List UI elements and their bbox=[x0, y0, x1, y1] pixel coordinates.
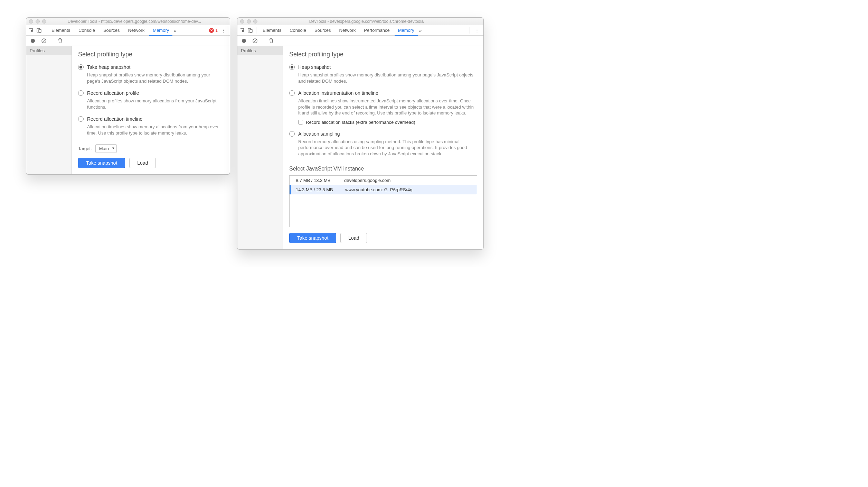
radio-icon[interactable] bbox=[78, 90, 84, 96]
section-title: Select profiling type bbox=[289, 51, 477, 58]
radio-icon[interactable] bbox=[289, 131, 295, 137]
record-stacks-checkbox[interactable]: Record allocation stacks (extra performa… bbox=[298, 120, 477, 125]
record-icon[interactable] bbox=[241, 39, 247, 43]
option-alloc-timeline[interactable]: Record allocation timeline Allocation ti… bbox=[78, 116, 224, 136]
svg-rect-1 bbox=[39, 29, 41, 33]
tab-elements[interactable]: Elements bbox=[48, 25, 74, 36]
option-title: Allocation sampling bbox=[298, 131, 340, 137]
load-button[interactable]: Load bbox=[340, 233, 367, 243]
vm-row[interactable]: 8.7 MB / 13.3 MB developers.google.com bbox=[290, 176, 477, 185]
option-heap-snapshot[interactable]: Take heap snapshot Heap snapshot profile… bbox=[78, 64, 224, 84]
target-row: Target: Main bbox=[78, 144, 224, 153]
profiling-pane: Select profiling type Heap snapshot Heap… bbox=[283, 46, 483, 249]
option-title: Heap snapshot bbox=[298, 64, 331, 70]
tab-network[interactable]: Network bbox=[336, 25, 359, 36]
take-snapshot-button[interactable]: Take snapshot bbox=[78, 158, 125, 168]
titlebar: DevTools - developers.google.com/web/too… bbox=[237, 18, 483, 25]
zoom-dot[interactable] bbox=[42, 19, 46, 24]
option-alloc-sampling[interactable]: Allocation sampling Record memory alloca… bbox=[289, 131, 477, 157]
profiling-pane: Select profiling type Take heap snapshot… bbox=[72, 46, 230, 174]
option-desc: Allocation timelines show instrumented J… bbox=[298, 98, 477, 116]
window-title: DevTools - developers.google.com/web/too… bbox=[260, 19, 481, 24]
tabs-overflow-icon[interactable]: » bbox=[174, 28, 177, 33]
svg-rect-5 bbox=[250, 29, 252, 33]
vm-memory: 8.7 MB / 13.3 MB bbox=[290, 178, 341, 183]
tab-sources[interactable]: Sources bbox=[100, 25, 123, 36]
profiles-sidebar: Profiles bbox=[237, 46, 283, 249]
radio-icon[interactable] bbox=[78, 116, 84, 122]
sidebar-header: Profiles bbox=[237, 46, 283, 55]
error-count: 1 bbox=[215, 28, 218, 33]
inspect-icon[interactable] bbox=[239, 28, 246, 33]
tab-memory[interactable]: Memory bbox=[395, 25, 418, 36]
device-icon[interactable] bbox=[36, 28, 42, 33]
section-title: Select profiling type bbox=[78, 51, 224, 58]
tabs-overflow-icon[interactable]: » bbox=[419, 28, 422, 33]
option-desc: Heap snapshot profiles show memory distr… bbox=[298, 72, 477, 84]
svg-line-7 bbox=[254, 39, 256, 42]
main-tabbar: Elements Console Sources Network Perform… bbox=[237, 25, 483, 36]
profiles-sidebar: Profiles bbox=[26, 46, 72, 174]
error-badge[interactable]: ✕ 1 bbox=[209, 28, 218, 33]
option-desc: Allocation timelines show memory allocat… bbox=[87, 124, 224, 136]
minimize-dot[interactable] bbox=[247, 19, 251, 24]
memory-toolbar bbox=[237, 36, 483, 46]
inspect-icon[interactable] bbox=[28, 28, 35, 33]
option-alloc-profile[interactable]: Record allocation profile Allocation pro… bbox=[78, 90, 224, 110]
record-icon[interactable] bbox=[30, 39, 36, 43]
tab-memory[interactable]: Memory bbox=[149, 25, 172, 36]
main-tabbar: Elements Console Sources Network Memory … bbox=[26, 25, 230, 36]
vm-title: Select JavaScript VM instance bbox=[289, 166, 477, 172]
memory-toolbar bbox=[26, 36, 230, 46]
tab-console[interactable]: Console bbox=[75, 25, 98, 36]
target-select[interactable]: Main bbox=[95, 144, 117, 153]
option-title: Take heap snapshot bbox=[87, 64, 130, 70]
tab-network[interactable]: Network bbox=[125, 25, 148, 36]
device-icon[interactable] bbox=[247, 28, 253, 33]
sidebar-header: Profiles bbox=[26, 46, 72, 55]
option-desc: Record memory allocations using sampling… bbox=[298, 139, 477, 157]
clear-icon[interactable] bbox=[252, 38, 258, 44]
option-title: Allocation instrumentation on timeline bbox=[298, 90, 378, 96]
option-desc: Allocation profiles show memory allocati… bbox=[87, 98, 224, 110]
radio-icon[interactable] bbox=[78, 64, 84, 70]
devtools-window-right: DevTools - developers.google.com/web/too… bbox=[237, 17, 484, 250]
tab-console[interactable]: Console bbox=[286, 25, 310, 36]
close-dot[interactable] bbox=[29, 19, 33, 24]
option-title: Record allocation profile bbox=[87, 90, 139, 96]
clear-icon[interactable] bbox=[41, 38, 47, 44]
checkbox-label: Record allocation stacks (extra performa… bbox=[306, 120, 415, 125]
traffic-lights bbox=[29, 19, 46, 24]
checkbox-icon[interactable] bbox=[298, 120, 303, 125]
option-desc: Heap snapshot profiles show memory distr… bbox=[87, 72, 224, 84]
tab-performance[interactable]: Performance bbox=[360, 25, 393, 36]
radio-icon[interactable] bbox=[289, 64, 295, 70]
vm-row[interactable]: 14.3 MB / 23.8 MB www.youtube.com: G_P6r… bbox=[290, 185, 477, 194]
option-title: Record allocation timeline bbox=[87, 116, 142, 122]
vm-memory: 14.3 MB / 23.8 MB bbox=[291, 187, 342, 192]
trash-icon[interactable] bbox=[57, 38, 63, 44]
tab-elements[interactable]: Elements bbox=[259, 25, 285, 36]
window-title: Developer Tools - https://developers.goo… bbox=[49, 19, 227, 24]
titlebar: Developer Tools - https://developers.goo… bbox=[26, 18, 230, 25]
menu-icon[interactable]: ⋮ bbox=[219, 28, 228, 33]
target-label: Target: bbox=[78, 146, 92, 151]
svg-line-3 bbox=[43, 39, 45, 42]
zoom-dot[interactable] bbox=[253, 19, 257, 24]
traffic-lights bbox=[240, 19, 257, 24]
close-dot[interactable] bbox=[240, 19, 244, 24]
menu-icon[interactable]: ⋮ bbox=[473, 28, 481, 33]
option-heap-snapshot[interactable]: Heap snapshot Heap snapshot profiles sho… bbox=[289, 64, 477, 84]
vm-instance-list: 8.7 MB / 13.3 MB developers.google.com 1… bbox=[289, 175, 477, 227]
option-alloc-timeline[interactable]: Allocation instrumentation on timeline A… bbox=[289, 90, 477, 125]
radio-icon[interactable] bbox=[289, 90, 295, 96]
take-snapshot-button[interactable]: Take snapshot bbox=[289, 233, 336, 243]
vm-name: developers.google.com bbox=[341, 178, 477, 183]
devtools-window-left: Developer Tools - https://developers.goo… bbox=[26, 17, 230, 175]
vm-name: www.youtube.com: G_P6rpRSr4g bbox=[342, 187, 477, 192]
load-button[interactable]: Load bbox=[129, 158, 156, 168]
trash-icon[interactable] bbox=[268, 38, 274, 44]
error-icon: ✕ bbox=[209, 28, 214, 33]
minimize-dot[interactable] bbox=[36, 19, 40, 24]
tab-sources[interactable]: Sources bbox=[311, 25, 334, 36]
